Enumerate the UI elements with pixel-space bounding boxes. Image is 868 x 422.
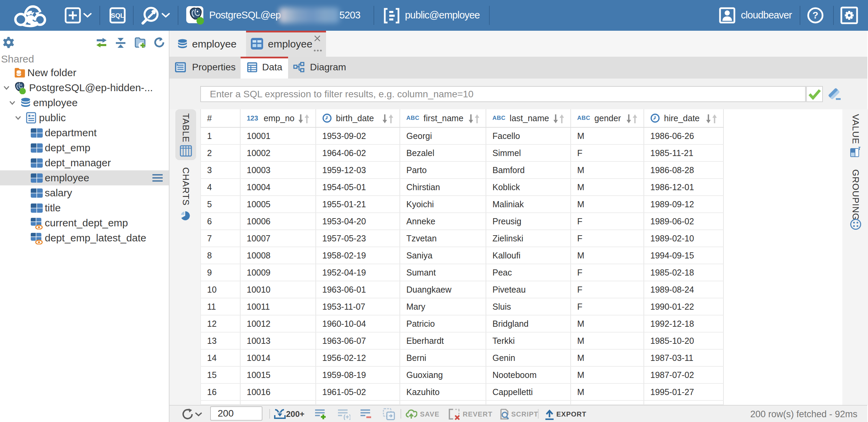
svg-text:SQL: SQL <box>111 12 124 19</box>
svg-text:(+): (+) <box>343 413 350 420</box>
svg-text:?: ? <box>812 10 818 20</box>
